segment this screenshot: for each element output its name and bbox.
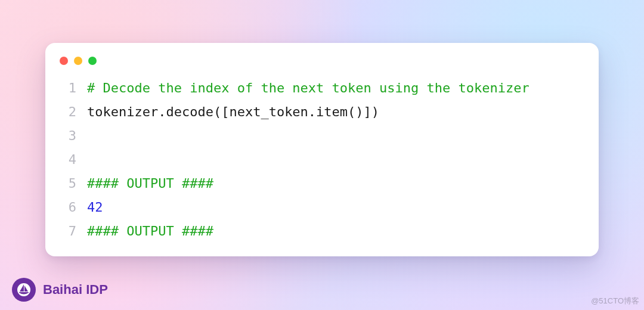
code-line: 7 #### OUTPUT ####	[60, 219, 584, 243]
code-comment: #### OUTPUT ####	[87, 172, 213, 196]
watermark-text: @51CTO博客	[591, 296, 639, 306]
line-number: 7	[60, 219, 76, 243]
code-line: 5 #### OUTPUT ####	[60, 172, 584, 196]
brand-logo-icon	[12, 278, 36, 302]
code-line: 6 42	[60, 196, 584, 219]
line-number: 6	[60, 196, 76, 219]
code-block: 1 # Decode the index of the next token u…	[60, 76, 584, 243]
minimize-icon[interactable]	[74, 57, 82, 65]
code-comment: # Decode the index of the next token usi…	[87, 76, 530, 100]
zoom-icon[interactable]	[88, 57, 97, 65]
line-number: 4	[60, 148, 76, 172]
code-line: 4	[60, 148, 584, 172]
brand-name: Baihai IDP	[43, 282, 108, 297]
line-number: 2	[60, 100, 76, 124]
code-comment: #### OUTPUT ####	[87, 219, 213, 243]
code-number: 42	[87, 196, 103, 219]
code-line: 3	[60, 124, 584, 148]
line-number: 5	[60, 172, 76, 196]
code-line: 1 # Decode the index of the next token u…	[60, 76, 584, 100]
line-number: 1	[60, 76, 76, 100]
line-number: 3	[60, 124, 76, 148]
sailboat-icon	[17, 283, 31, 297]
window-controls	[60, 54, 584, 68]
close-icon[interactable]	[60, 57, 68, 65]
brand-badge: Baihai IDP	[12, 278, 108, 302]
code-text: tokenizer.decode([next_token.item()])	[87, 100, 379, 124]
code-line: 2 tokenizer.decode([next_token.item()])	[60, 100, 584, 124]
code-window: 1 # Decode the index of the next token u…	[45, 43, 599, 256]
